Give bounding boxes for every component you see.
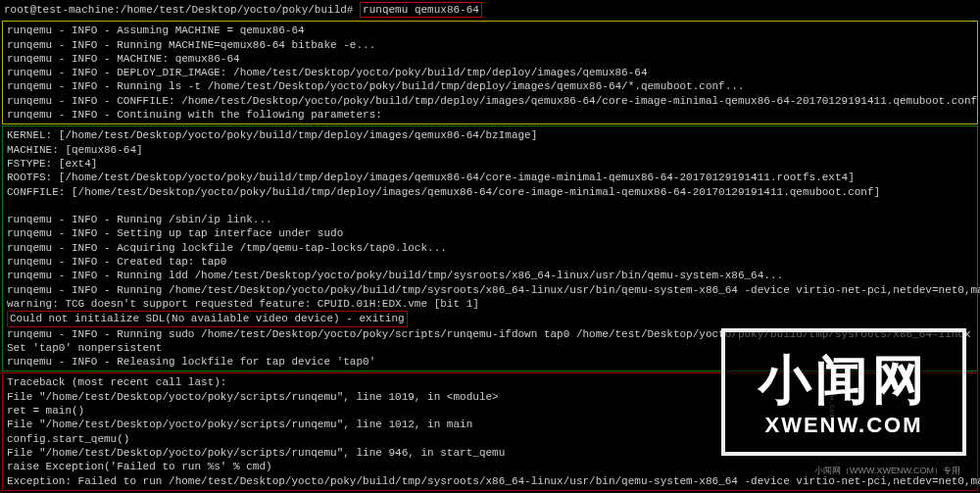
- terminal-line: [5, 199, 975, 213]
- terminal-line: runqemu - INFO - Running /home/test/Desk…: [5, 283, 975, 297]
- terminal-line: runqemu - INFO - CONFFILE: /home/test/De…: [5, 94, 975, 108]
- entered-command: runqemu qemux86-64: [360, 2, 482, 18]
- terminal-line: runqemu - INFO - Running ldd /home/test/…: [5, 269, 975, 282]
- watermark-en: XWENW.COM: [765, 412, 923, 440]
- terminal-line: FSTYPE: [ext4]: [5, 157, 975, 171]
- sdl-error-line: Could not initialize SDL(No available vi…: [7, 311, 408, 326]
- terminal-line: KERNEL: [/home/test/Desktop/yocto/poky/b…: [5, 128, 975, 142]
- terminal-line: ROOTFS: [/home/test/Desktop/yocto/poky/b…: [5, 171, 975, 184]
- terminal-line: warning: TCG doesn't support requested f…: [5, 297, 975, 311]
- terminal-line: runqemu - INFO - Acquiring lockfile /tmp…: [5, 241, 975, 255]
- terminal-line: runqemu - INFO - Setting up tap interfac…: [5, 226, 975, 240]
- terminal-line: runqemu - INFO - MACHINE: qemux86-64: [5, 52, 975, 66]
- watermark-bottom: 小闻网（WWW.XWENW.COM）专用: [814, 466, 960, 477]
- terminal-line: runqemu - INFO - Created tap: tap0: [5, 255, 975, 269]
- terminal-line: CONFFILE: [/home/test/Desktop/yocto/poky…: [5, 185, 975, 199]
- shell-prompt-line[interactable]: root@test-machine:/home/test/Desktop/yoc…: [0, 0, 980, 20]
- terminal-line: runqemu - INFO - Assuming MACHINE = qemu…: [5, 24, 975, 37]
- terminal-line: runqemu - INFO - Running MACHINE=qemux86…: [5, 38, 975, 52]
- terminal-line: runqemu - INFO - Running /sbin/ip link..…: [5, 213, 975, 226]
- watermark-box: 小闻网 XWENW.COM: [721, 328, 966, 456]
- terminal-line: runqemu - INFO - Running ls -t /home/tes…: [5, 79, 975, 93]
- terminal-line: runqemu - INFO - DEPLOY_DIR_IMAGE: /home…: [5, 66, 975, 79]
- info-block-yellow: runqemu - INFO - Assuming MACHINE = qemu…: [2, 21, 978, 124]
- terminal-line: MACHINE: [qemux86-64]: [5, 143, 975, 157]
- terminal-line: runqemu - INFO - Continuing with the fol…: [5, 108, 975, 122]
- watermark-cn: 小闻网: [759, 345, 929, 414]
- shell-prompt: root@test-machine:/home/test/Desktop/yoc…: [4, 4, 353, 16]
